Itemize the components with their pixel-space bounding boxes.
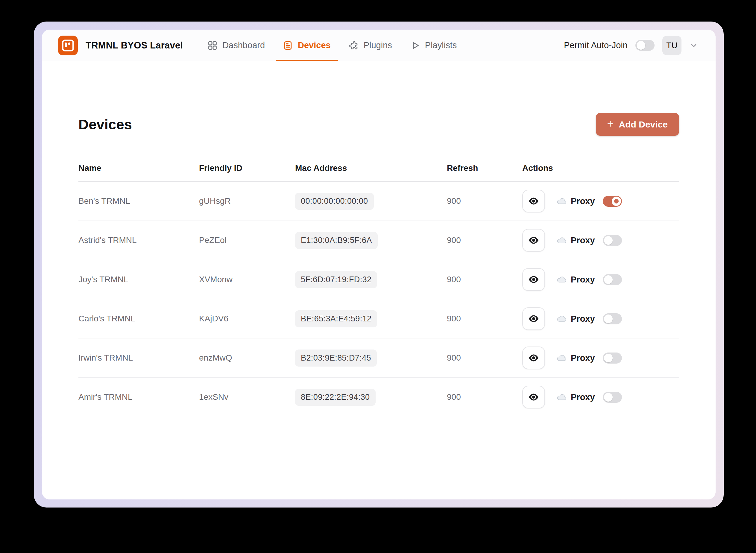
view-device-button[interactable] bbox=[522, 268, 545, 291]
add-device-button[interactable]: + Add Device bbox=[596, 113, 679, 136]
device-name: Ben's TRMNL bbox=[78, 196, 199, 206]
chevron-down-icon[interactable] bbox=[689, 41, 698, 50]
table-row: Amir's TRMNL 1exSNv 8E:09:22:2E:94:30 90… bbox=[78, 378, 679, 416]
column-header-friendly-id: Friendly ID bbox=[199, 163, 295, 173]
toggle-knob bbox=[636, 41, 645, 50]
proxy-toggle[interactable] bbox=[603, 392, 622, 403]
toggle-knob bbox=[604, 236, 613, 245]
table-row: Astrid's TRMNL PeZEol E1:30:0A:B9:5F:6A … bbox=[78, 221, 679, 260]
device-refresh: 900 bbox=[447, 314, 522, 323]
mac-address-badge: 8E:09:22:2E:94:30 bbox=[295, 389, 376, 406]
document-lines-icon bbox=[283, 41, 293, 51]
row-actions: Proxy bbox=[522, 346, 679, 369]
view-device-button[interactable] bbox=[522, 346, 545, 369]
proxy-toggle[interactable] bbox=[603, 352, 622, 364]
avatar-initials: TU bbox=[666, 41, 677, 50]
device-refresh: 900 bbox=[447, 196, 522, 206]
proxy-label: Proxy bbox=[571, 275, 595, 285]
proxy-label: Proxy bbox=[571, 314, 595, 324]
brand-title: TRMNL BYOS Laravel bbox=[86, 40, 183, 51]
proxy-toggle[interactable] bbox=[603, 196, 622, 207]
device-friendly-id: KAjDV6 bbox=[199, 314, 295, 323]
permit-auto-join-toggle[interactable] bbox=[635, 40, 655, 51]
mac-address-badge: E1:30:0A:B9:5F:6A bbox=[295, 232, 378, 249]
device-friendly-id: gUHsgR bbox=[199, 196, 295, 206]
column-header-refresh: Refresh bbox=[447, 163, 522, 173]
table-body: Ben's TRMNL gUHsgR 00:00:00:00:00:00 900 bbox=[78, 182, 679, 416]
device-friendly-id: 1exSNv bbox=[199, 392, 295, 402]
cloud-icon bbox=[556, 275, 566, 284]
table-row: Joy's TRMNL XVMonw 5F:6D:07:19:FD:32 900 bbox=[78, 260, 679, 299]
cloud-icon bbox=[556, 236, 566, 244]
mac-address-badge: B2:03:9E:85:D7:45 bbox=[295, 349, 377, 367]
proxy-control: Proxy bbox=[556, 392, 622, 403]
row-actions: Proxy bbox=[522, 190, 679, 213]
device-friendly-id: enzMwQ bbox=[199, 353, 295, 363]
mac-address-badge: 5F:6D:07:19:FD:32 bbox=[295, 271, 377, 288]
page-title: Devices bbox=[78, 116, 132, 133]
proxy-control: Proxy bbox=[556, 274, 622, 285]
cloud-icon bbox=[556, 315, 566, 323]
view-device-button[interactable] bbox=[522, 229, 545, 252]
proxy-label: Proxy bbox=[571, 196, 595, 206]
trmnl-logo-icon bbox=[58, 35, 78, 55]
proxy-toggle[interactable] bbox=[603, 274, 622, 285]
devices-table: Name Friendly ID Mac Address Refresh Act… bbox=[78, 163, 679, 416]
cloud-icon bbox=[556, 354, 566, 362]
mac-address-badge: BE:65:3A:E4:59:12 bbox=[295, 310, 377, 327]
column-header-mac: Mac Address bbox=[295, 163, 447, 173]
add-device-label: Add Device bbox=[619, 120, 668, 130]
device-refresh: 900 bbox=[447, 353, 522, 363]
puzzle-icon bbox=[349, 41, 359, 51]
nav-item-plugins[interactable]: Plugins bbox=[340, 29, 401, 61]
device-name: Astrid's TRMNL bbox=[78, 236, 199, 245]
device-name: Amir's TRMNL bbox=[78, 392, 199, 402]
app-bar-right: Permit Auto-Join TU bbox=[564, 29, 698, 61]
nav-item-playlists[interactable]: Playlists bbox=[401, 29, 466, 61]
view-device-button[interactable] bbox=[522, 386, 545, 408]
device-friendly-id: XVMonw bbox=[199, 275, 295, 284]
proxy-label: Proxy bbox=[571, 236, 595, 245]
title-row: Devices + Add Device bbox=[78, 113, 679, 136]
device-name: Joy's TRMNL bbox=[78, 275, 199, 284]
plus-icon: + bbox=[607, 118, 614, 129]
device-refresh: 900 bbox=[447, 392, 522, 402]
view-device-button[interactable] bbox=[522, 307, 545, 330]
proxy-control: Proxy bbox=[556, 235, 622, 246]
toggle-knob bbox=[604, 393, 613, 402]
proxy-toggle[interactable] bbox=[603, 313, 622, 324]
view-device-button[interactable] bbox=[522, 190, 545, 213]
table-row: Irwin's TRMNL enzMwQ B2:03:9E:85:D7:45 9… bbox=[78, 338, 679, 378]
proxy-control: Proxy bbox=[556, 352, 622, 364]
column-header-name: Name bbox=[78, 163, 199, 173]
cloud-icon bbox=[556, 393, 566, 401]
toggle-knob bbox=[604, 354, 613, 363]
device-name: Irwin's TRMNL bbox=[78, 353, 199, 363]
table-header-row: Name Friendly ID Mac Address Refresh Act… bbox=[78, 163, 679, 182]
nav-item-dashboard[interactable]: Dashboard bbox=[199, 29, 274, 61]
toggle-knob bbox=[604, 275, 613, 284]
proxy-control: Proxy bbox=[556, 196, 622, 207]
nav-label: Devices bbox=[298, 41, 331, 50]
nav-label: Plugins bbox=[364, 41, 392, 50]
row-actions: Proxy bbox=[522, 386, 679, 408]
proxy-toggle[interactable] bbox=[603, 235, 622, 246]
app-surface: TRMNL BYOS Laravel Dashboard bbox=[42, 29, 715, 499]
device-refresh: 900 bbox=[447, 275, 522, 284]
column-header-actions: Actions bbox=[522, 163, 679, 173]
brand: TRMNL BYOS Laravel bbox=[58, 29, 183, 61]
row-actions: Proxy bbox=[522, 268, 679, 291]
proxy-control: Proxy bbox=[556, 313, 622, 324]
device-friendly-id: PeZEol bbox=[199, 236, 295, 245]
play-icon bbox=[410, 41, 420, 51]
table-row: Carlo's TRMNL KAjDV6 BE:65:3A:E4:59:12 9… bbox=[78, 299, 679, 338]
user-avatar[interactable]: TU bbox=[662, 36, 681, 55]
mac-address-badge: 00:00:00:00:00:00 bbox=[295, 193, 374, 210]
nav-label: Dashboard bbox=[222, 41, 265, 50]
permit-auto-join-label: Permit Auto-Join bbox=[564, 41, 628, 50]
app-bar: TRMNL BYOS Laravel Dashboard bbox=[42, 29, 715, 61]
nav-item-devices[interactable]: Devices bbox=[274, 29, 340, 61]
table-row: Ben's TRMNL gUHsgR 00:00:00:00:00:00 900 bbox=[78, 182, 679, 221]
proxy-label: Proxy bbox=[571, 353, 595, 363]
device-name: Carlo's TRMNL bbox=[78, 314, 199, 323]
